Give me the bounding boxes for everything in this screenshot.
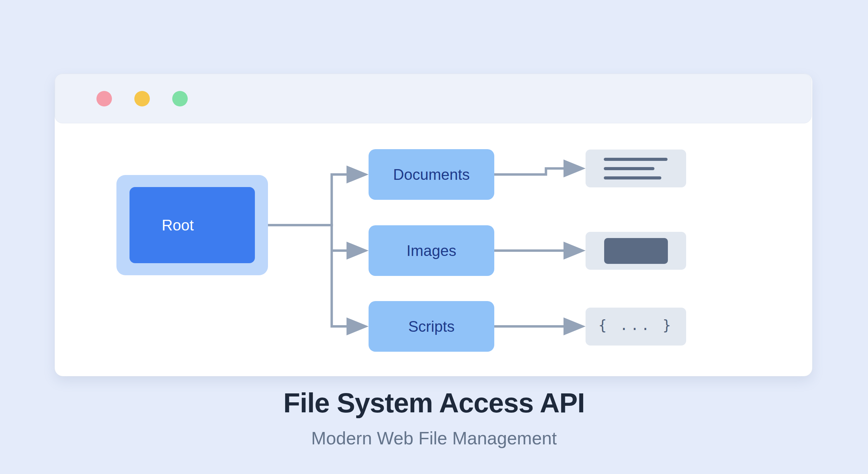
arrowhead-text-card bbox=[564, 159, 586, 177]
root-node[interactable]: Root bbox=[130, 187, 255, 263]
arrowhead-documents bbox=[347, 166, 369, 184]
root-node-container[interactable]: Root bbox=[116, 175, 268, 275]
arrowhead-scripts bbox=[347, 318, 369, 336]
close-window-button[interactable] bbox=[96, 91, 112, 106]
text-lines-icon bbox=[604, 158, 668, 161]
node-scripts[interactable]: Scripts bbox=[369, 301, 494, 352]
browser-window: Root Documents Images Scripts { ... } bbox=[55, 74, 812, 376]
text-preview-card bbox=[586, 150, 686, 187]
text-lines-icon bbox=[604, 176, 661, 179]
window-titlebar bbox=[55, 74, 812, 123]
maximize-window-button[interactable] bbox=[172, 91, 188, 106]
minimize-window-button[interactable] bbox=[134, 91, 150, 106]
node-documents-label: Documents bbox=[393, 166, 470, 183]
node-images-label: Images bbox=[406, 242, 456, 259]
arrowhead-images bbox=[347, 242, 369, 260]
code-braces-icon: { ... } bbox=[598, 317, 673, 333]
node-images[interactable]: Images bbox=[369, 225, 494, 276]
page-title: File System Access API bbox=[0, 389, 868, 418]
page-subtitle: Modern Web File Management bbox=[0, 429, 868, 448]
root-node-label: Root bbox=[162, 217, 194, 234]
arrowhead-image-card bbox=[564, 242, 586, 260]
arrowhead-code-card bbox=[564, 318, 586, 336]
code-preview-card: { ... } bbox=[586, 308, 686, 346]
image-preview-card bbox=[586, 232, 686, 270]
image-placeholder-icon bbox=[604, 238, 668, 264]
node-documents[interactable]: Documents bbox=[369, 149, 494, 200]
text-lines-icon bbox=[604, 167, 654, 170]
page: Root Documents Images Scripts { ... } bbox=[0, 0, 868, 474]
node-scripts-label: Scripts bbox=[408, 318, 454, 335]
documents-card-line bbox=[494, 168, 565, 175]
